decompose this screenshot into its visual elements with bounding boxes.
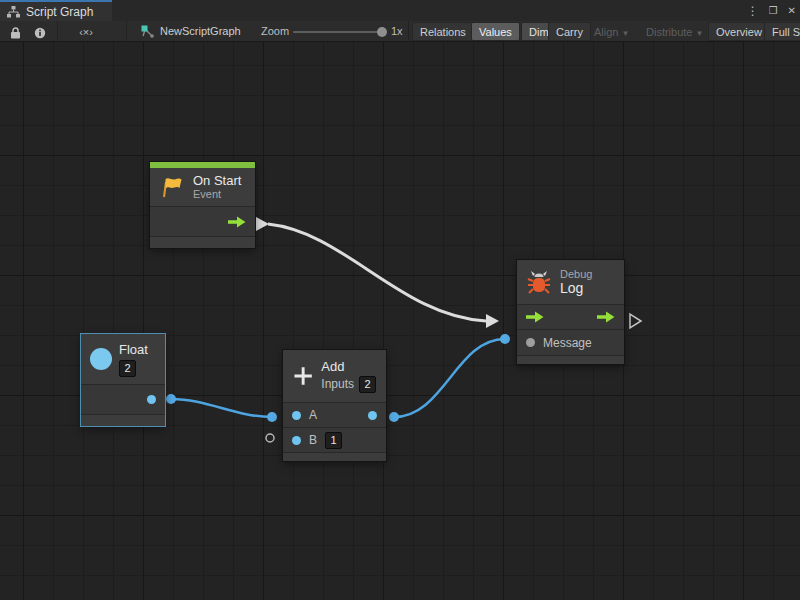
flow-output-port[interactable] — [597, 311, 615, 323]
connection-onstart-to-log[interactable] — [268, 224, 486, 321]
toolbar-separator — [126, 21, 127, 42]
lock-icon — [10, 27, 21, 39]
distribute-label: Distribute — [646, 26, 692, 38]
tab-title: Script Graph — [26, 5, 93, 19]
maximize-icon[interactable]: ❒ — [769, 5, 778, 16]
node-title: Float — [119, 342, 148, 357]
flow-continue-indicator[interactable] — [630, 314, 641, 328]
node-on-start[interactable]: On Start Event — [150, 162, 255, 248]
graph-asset-icon — [140, 25, 154, 38]
plus-icon — [293, 362, 313, 390]
zoom-value: 1x — [391, 22, 403, 41]
node-footer — [81, 414, 165, 426]
node-footer — [517, 355, 624, 364]
tab-bar: Script Graph ⋮ ❒ ✕ — [0, 0, 800, 21]
node-subtitle: Event — [193, 188, 241, 201]
zoom-slider-knob[interactable] — [377, 27, 387, 37]
node-title: On Start — [193, 173, 241, 188]
tab-script-graph[interactable]: Script Graph — [0, 0, 112, 21]
connection-add-to-log-message[interactable] — [394, 339, 505, 417]
graph-name-label: NewScriptGraph — [160, 22, 241, 41]
toolbar-separator — [408, 21, 409, 42]
flow-output-port[interactable] — [228, 216, 246, 228]
flag-icon — [160, 175, 184, 199]
script-graph-icon — [7, 6, 20, 18]
float-output-port[interactable] — [147, 395, 156, 404]
relations-toggle[interactable]: Relations — [412, 22, 474, 41]
lock-button[interactable] — [3, 22, 27, 41]
port-label-a: A — [309, 408, 317, 422]
node-title: Add — [321, 359, 376, 374]
fullscreen-button[interactable]: Full Screen — [764, 22, 800, 41]
message-input-port[interactable] — [526, 338, 535, 347]
node-debug-log[interactable]: Debug Log Message — [517, 260, 624, 364]
distribute-dropdown[interactable]: Distribute▼ — [638, 22, 711, 41]
flow-wire-end-arrow — [486, 314, 499, 328]
port-label-b: B — [309, 433, 317, 447]
align-label: Align — [594, 26, 618, 38]
values-toggle[interactable]: Values — [471, 22, 520, 41]
float-value-input[interactable]: 2 — [119, 360, 136, 377]
bug-icon — [527, 270, 551, 295]
graph-canvas[interactable]: On Start Event — [0, 42, 800, 600]
graph-name-button[interactable]: NewScriptGraph — [132, 22, 249, 41]
zoom-slider[interactable] — [293, 31, 385, 33]
overview-button[interactable]: Overview — [708, 22, 770, 41]
node-footer — [283, 452, 386, 461]
info-icon — [34, 27, 46, 39]
wire-endpoint — [389, 412, 399, 422]
info-button[interactable] — [28, 22, 52, 41]
close-icon[interactable]: ✕ — [788, 5, 796, 16]
flow-wire-start-arrow — [256, 217, 269, 231]
code-view-button[interactable]: ‹×› — [70, 22, 102, 41]
connections-layer — [0, 42, 800, 600]
chevron-down-icon: ▼ — [621, 29, 629, 38]
unconnected-port-indicator[interactable] — [266, 434, 274, 442]
menu-icon[interactable]: ⋮ — [747, 4, 759, 18]
flow-input-port[interactable] — [526, 311, 544, 323]
align-dropdown[interactable]: Align▼ — [586, 22, 637, 41]
node-float[interactable]: Float 2 — [81, 334, 165, 426]
inputs-label: Inputs — [321, 378, 354, 391]
node-footer — [150, 236, 255, 248]
add-input-b-port[interactable] — [292, 436, 301, 445]
add-input-a-port[interactable] — [292, 411, 301, 420]
wire-endpoint — [267, 412, 277, 422]
zoom-label: Zoom — [261, 22, 289, 41]
wire-endpoint — [500, 334, 510, 344]
carry-toggle[interactable]: Carry — [548, 22, 591, 41]
chevron-down-icon: ▼ — [695, 29, 703, 38]
wire-endpoint — [166, 394, 176, 404]
port-label-message: Message — [543, 336, 592, 350]
float-literal-icon — [90, 348, 112, 370]
inputs-count-input[interactable]: 2 — [359, 376, 376, 393]
connection-float-to-add-a[interactable] — [171, 399, 272, 417]
add-output-port[interactable] — [368, 411, 377, 420]
node-title: Log — [560, 281, 592, 296]
toolbar-separator — [57, 21, 58, 42]
b-value-input[interactable]: 1 — [325, 432, 342, 449]
graph-toolbar: ‹×› NewScriptGraph Zoom 1x Relations Val… — [0, 21, 800, 42]
node-add[interactable]: Add Inputs 2 A B 1 — [283, 350, 386, 461]
window-controls: ⋮ ❒ ✕ — [747, 0, 796, 21]
